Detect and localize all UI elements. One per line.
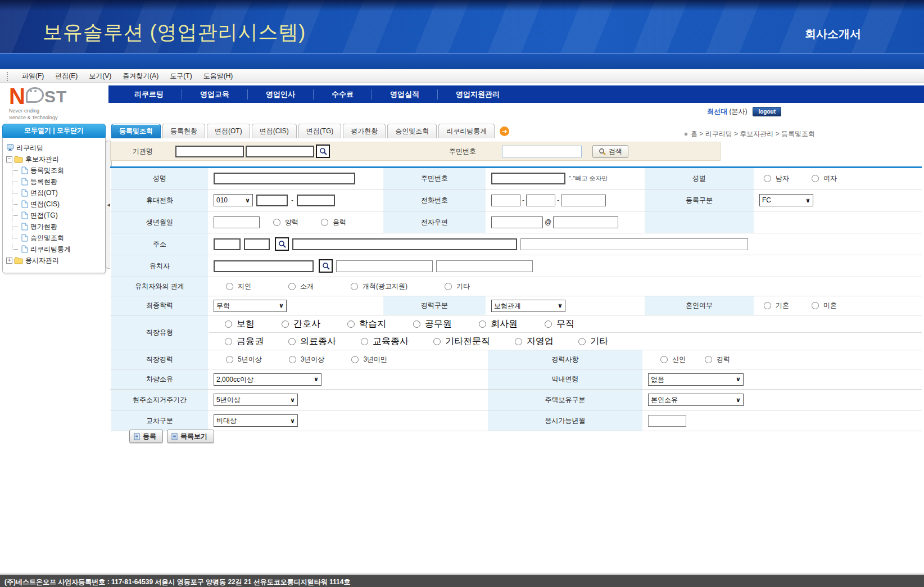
nav-sales-training[interactable]: 영업교육 <box>182 89 247 100</box>
cross-select[interactable]: 비대상 <box>214 415 288 426</box>
lunar-radio[interactable] <box>321 219 328 226</box>
job-type-radio[interactable] <box>413 320 420 328</box>
list-view-button[interactable]: 목록보기 <box>167 430 214 443</box>
name-input[interactable] <box>214 173 355 184</box>
org-name-input[interactable] <box>246 146 314 157</box>
org-search-button[interactable] <box>316 145 330 158</box>
sidebar-expand-collapse-all[interactable]: 모두열기 | 모두닫기 <box>2 124 106 138</box>
address-base-input[interactable] <box>292 238 517 250</box>
menu-edit[interactable]: 편집(E) <box>55 71 78 81</box>
mobile-last-input[interactable] <box>297 195 335 206</box>
job-option-education[interactable]: 교육종사 <box>361 336 409 347</box>
solar-radio[interactable] <box>273 219 280 226</box>
career-type-select[interactable]: 보험관계 <box>492 300 555 311</box>
career-detail-option-new[interactable]: 신인 <box>660 355 686 364</box>
career-option-under3y[interactable]: 3년미만 <box>351 355 387 364</box>
referrer-code-input[interactable] <box>214 260 314 272</box>
sidebar-item-interview-ot[interactable]: 면접(OT) <box>6 187 102 198</box>
career-detail-radio[interactable] <box>660 356 668 363</box>
tab-interview-tg[interactable]: 면접(TG) <box>298 124 342 138</box>
residence-select[interactable]: 5년이상 <box>214 394 288 405</box>
birth-option-lunar[interactable]: 음력 <box>321 218 346 227</box>
tab-recruiting-stats[interactable]: 리쿠리팅통계 <box>438 124 495 138</box>
menu-help[interactable]: 도움말(H) <box>203 71 233 81</box>
referrer-search-button[interactable] <box>319 259 333 273</box>
job-option-civil-servant[interactable]: 공무원 <box>413 318 452 330</box>
career-detail-option-experienced[interactable]: 경력 <box>705 355 730 364</box>
register-button[interactable]: 등록 <box>129 430 163 443</box>
zip1-input[interactable] <box>214 238 241 250</box>
job-type-radio[interactable] <box>288 338 296 345</box>
address-detail-input[interactable] <box>520 238 748 250</box>
menu-tools[interactable]: 도구(T) <box>170 71 192 81</box>
marriage-option-married[interactable]: 기혼 <box>764 301 789 310</box>
relation-radio[interactable] <box>288 283 296 290</box>
menu-file[interactable]: 파일(F) <box>22 71 44 81</box>
relation-radio[interactable] <box>351 283 358 290</box>
job-type-radio[interactable] <box>282 320 289 328</box>
sidebar-item-recruiting-stats[interactable]: 리쿠리팅통계 <box>6 243 102 255</box>
sidebar-item-interview-cis[interactable]: 면접(CIS) <box>6 198 102 210</box>
sidebar-item-interview-tg[interactable]: 면접(TG) <box>6 210 102 221</box>
email-domain-input[interactable] <box>553 216 618 228</box>
job-type-radio[interactable] <box>225 320 232 328</box>
tab-evaluation-status[interactable]: 평가현황 <box>343 124 386 138</box>
job-career-radio[interactable] <box>226 356 233 363</box>
job-type-radio[interactable] <box>515 338 522 345</box>
tab-scroll-arrow-icon[interactable]: ➜ <box>500 127 509 136</box>
gender-option-male[interactable]: 남자 <box>764 174 789 183</box>
referrer-org-input[interactable] <box>436 260 533 272</box>
job-type-radio[interactable] <box>479 320 486 328</box>
user-name[interactable]: 최선대 <box>707 107 727 115</box>
mobile-prefix-select[interactable]: 010 <box>214 195 243 206</box>
tab-interview-cis[interactable]: 면접(CIS) <box>252 124 297 138</box>
menu-favorites[interactable]: 즐겨찾기(A) <box>123 71 158 81</box>
tab-approval-search[interactable]: 승인및조회 <box>387 124 437 138</box>
phone-last-input[interactable] <box>561 195 606 206</box>
address-search-button[interactable] <box>275 237 289 251</box>
relation-option-other[interactable]: 기타 <box>445 282 470 291</box>
birth-option-solar[interactable]: 양력 <box>273 218 298 227</box>
nav-commission[interactable]: 수수료 <box>313 89 372 100</box>
sidebar-item-register-status[interactable]: 등록현황 <box>6 176 102 187</box>
car-select[interactable]: 2,000cc이상 <box>214 374 311 385</box>
job-option-unemployed[interactable]: 무직 <box>545 318 574 330</box>
tab-register-status[interactable]: 등록현황 <box>162 124 205 138</box>
referrer-name-input[interactable] <box>336 260 433 272</box>
regtype-select[interactable]: FC <box>760 195 803 206</box>
email-id-input[interactable] <box>491 216 543 228</box>
zip2-input[interactable] <box>244 238 270 250</box>
tab-interview-ot[interactable]: 면접(OT) <box>207 124 250 138</box>
gender-radio-male[interactable] <box>764 175 771 182</box>
gender-radio-female[interactable] <box>812 175 819 182</box>
org-code-input[interactable] <box>175 146 244 157</box>
job-type-radio[interactable] <box>578 338 586 345</box>
relation-radio[interactable] <box>226 283 233 290</box>
sidebar-item-approval-search[interactable]: 승인및조회 <box>6 232 102 243</box>
birth-input[interactable] <box>214 216 260 228</box>
job-option-office-worker[interactable]: 회사원 <box>479 318 518 330</box>
nav-sales-hr[interactable]: 영업인사 <box>247 89 313 100</box>
sidebar-folder-candidate-mgmt[interactable]: − 후보자관리 <box>6 153 102 165</box>
jumin-input[interactable] <box>491 173 565 184</box>
mobile-mid-input[interactable] <box>256 195 288 206</box>
nav-sales-support[interactable]: 영업지원관리 <box>437 89 518 100</box>
job-career-radio[interactable] <box>289 356 296 363</box>
company-intro-link[interactable]: 회사소개서 <box>805 26 861 42</box>
sidebar-root-recruiting[interactable]: 리쿠리팅 <box>6 142 102 153</box>
menu-view[interactable]: 보기(V) <box>89 71 111 81</box>
job-option-finance[interactable]: 금융권 <box>225 336 264 347</box>
sidebar-item-register-search[interactable]: 등록및조회 <box>6 165 102 176</box>
education-select[interactable]: 무학 <box>214 300 277 311</box>
job-type-radio[interactable] <box>433 338 441 345</box>
job-type-radio[interactable] <box>545 320 552 328</box>
job-option-tutoring[interactable]: 학습지 <box>347 318 386 330</box>
job-option-other-professional[interactable]: 기타전문직 <box>433 336 490 347</box>
jumin-search-input[interactable] <box>502 146 582 157</box>
job-career-radio[interactable] <box>351 356 359 363</box>
job-option-other[interactable]: 기타 <box>578 336 608 347</box>
career-detail-radio[interactable] <box>705 356 712 363</box>
nav-recruiting[interactable]: 리쿠르팅 <box>116 89 182 100</box>
tab-register-search[interactable]: 등록및조회 <box>111 124 161 138</box>
logout-button[interactable]: logout <box>753 107 781 116</box>
